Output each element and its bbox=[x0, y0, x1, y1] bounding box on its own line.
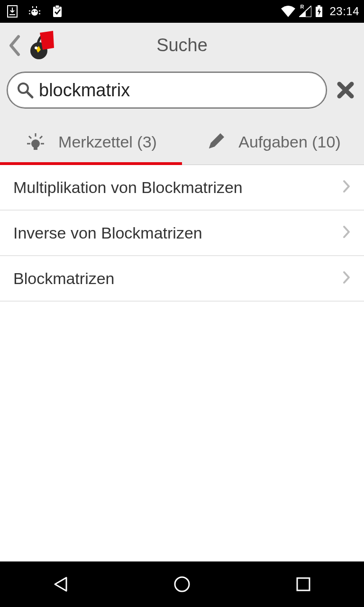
tab-aufgaben[interactable]: Aufgaben (10) bbox=[182, 119, 364, 165]
svg-point-3 bbox=[33, 11, 34, 12]
results-list: Multiplikation von Blockmatrizen Inverse… bbox=[0, 165, 364, 561]
list-item[interactable]: Blockmatrizen bbox=[0, 256, 364, 302]
search-input[interactable] bbox=[39, 80, 318, 101]
chevron-right-icon bbox=[342, 225, 351, 241]
svg-point-11 bbox=[35, 46, 37, 49]
back-button[interactable] bbox=[0, 23, 28, 68]
chevron-right-icon bbox=[342, 179, 351, 195]
result-label: Inverse von Blockmatrizen bbox=[13, 224, 202, 242]
tab-label: Merkzettel (3) bbox=[58, 133, 157, 151]
svg-rect-22 bbox=[297, 578, 309, 590]
result-label: Blockmatrizen bbox=[13, 269, 115, 288]
wifi-icon bbox=[281, 6, 295, 17]
svg-line-18 bbox=[40, 136, 42, 138]
battery-charging-icon bbox=[315, 5, 323, 18]
svg-rect-6 bbox=[55, 5, 59, 8]
idea-icon bbox=[25, 131, 46, 152]
svg-rect-15 bbox=[34, 147, 37, 150]
status-right: R 23:14 bbox=[281, 5, 359, 18]
roaming-badge: R bbox=[300, 4, 304, 9]
tab-label: Aufgaben (10) bbox=[238, 133, 341, 151]
tabs: Merkzettel (3) Aufgaben (10) bbox=[0, 119, 364, 165]
nav-home-button[interactable] bbox=[161, 570, 203, 598]
list-item[interactable]: Inverse von Blockmatrizen bbox=[0, 211, 364, 256]
signal-icon: R bbox=[299, 6, 311, 17]
circle-home-icon bbox=[173, 575, 191, 594]
chevron-right-icon bbox=[342, 270, 351, 286]
pencil-icon bbox=[205, 131, 226, 152]
svg-point-4 bbox=[36, 11, 37, 12]
bug-icon bbox=[28, 5, 41, 18]
app-logo-icon bbox=[27, 29, 60, 62]
nav-back-button[interactable] bbox=[39, 570, 82, 598]
status-time: 23:14 bbox=[329, 5, 359, 18]
triangle-back-icon bbox=[51, 575, 70, 594]
svg-point-21 bbox=[175, 577, 189, 591]
svg-line-13 bbox=[27, 92, 32, 97]
system-navbar bbox=[0, 561, 364, 607]
list-item[interactable]: Multiplikation von Blockmatrizen bbox=[0, 165, 364, 211]
search-icon bbox=[16, 81, 34, 99]
chevron-left-icon bbox=[8, 35, 20, 56]
result-label: Multiplikation von Blockmatrizen bbox=[13, 178, 243, 197]
clipboard-icon bbox=[51, 5, 64, 18]
close-icon bbox=[337, 81, 355, 99]
status-left bbox=[5, 5, 64, 18]
download-icon bbox=[7, 5, 18, 18]
clear-search-button[interactable] bbox=[334, 78, 357, 102]
app-header: Suche bbox=[0, 23, 364, 165]
svg-rect-8 bbox=[318, 5, 320, 7]
square-recent-icon bbox=[295, 576, 312, 593]
svg-point-2 bbox=[31, 9, 38, 16]
tab-merkzettel[interactable]: Merkzettel (3) bbox=[0, 119, 182, 165]
search-row bbox=[0, 68, 364, 119]
search-box[interactable] bbox=[7, 72, 327, 109]
svg-point-14 bbox=[31, 139, 40, 148]
nav-recent-button[interactable] bbox=[282, 570, 325, 598]
svg-line-17 bbox=[29, 136, 31, 138]
status-bar: R 23:14 bbox=[0, 0, 364, 23]
